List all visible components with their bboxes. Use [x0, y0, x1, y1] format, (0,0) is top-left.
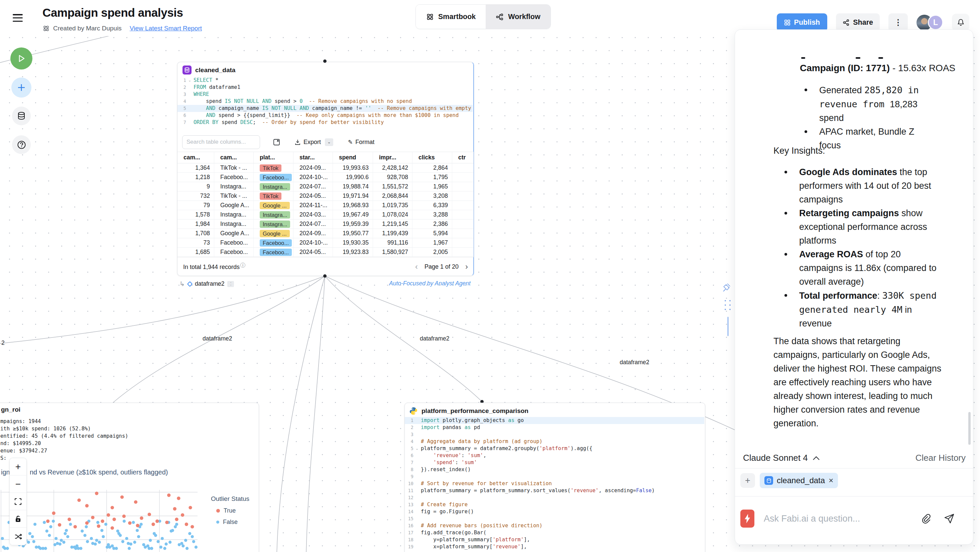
column-header[interactable]: ctr	[452, 152, 474, 163]
code-line[interactable]: 7ORDER BY spend DESC; -- Order by spend …	[178, 119, 473, 126]
table-cell: Instagra...	[254, 210, 293, 219]
python-cell-platform-performance[interactable]: platform_performance_comparison 1import …	[404, 402, 705, 552]
code-line[interactable]: 2FROM dataframe1	[178, 84, 473, 91]
code-line[interactable]: 14fig = go.Figure()	[405, 508, 704, 515]
model-selector[interactable]: Claude Sonnet 4	[743, 453, 820, 463]
table-row[interactable]: 9Instagra...Instagra...2024-07...19,988.…	[178, 182, 474, 191]
table-row[interactable]: 1,364TikTok - ...TikTok2024-09...19,993.…	[178, 164, 474, 173]
output-port[interactable]	[323, 274, 326, 278]
code-line[interactable]: 3	[405, 431, 704, 438]
sql-cell-cleaned-data[interactable]: SQL cleaned_data 1⌄SELECT *2FROM datafra…	[177, 62, 474, 276]
column-header[interactable]: cam...	[214, 152, 254, 163]
legend-item-false[interactable]: False	[211, 519, 249, 526]
zoom-in-button[interactable]: +	[10, 458, 26, 476]
column-header[interactable]: star...	[293, 152, 333, 163]
column-header[interactable]: impr...	[373, 152, 412, 163]
export-chevron-icon[interactable]: ⌄	[325, 138, 333, 146]
export-button[interactable]: Export ⌄	[294, 138, 333, 146]
drag-handle-icon[interactable]	[725, 300, 731, 310]
code-line[interactable]: 2import pandas as pd	[405, 424, 704, 431]
context-chip-row: + cleaned_data ×	[740, 473, 838, 488]
column-header[interactable]: plat...	[254, 152, 293, 163]
search-input[interactable]	[182, 135, 260, 149]
code-line[interactable]: 1⌄SELECT *	[178, 77, 473, 84]
code-line[interactable]: 13# Create figure	[405, 501, 704, 508]
data-sources-button[interactable]	[12, 107, 31, 125]
collaborator-avatars[interactable]: L	[916, 15, 943, 30]
more-options-icon[interactable]: ⋮	[888, 13, 908, 32]
fit-view-button[interactable]	[10, 493, 26, 510]
code-line[interactable]: 11platform_summary = platform_summary.so…	[405, 487, 704, 494]
table-row[interactable]: 1,708Google A...Google ...2024-09...19,9…	[178, 229, 474, 238]
pagination: ‹ Page 1 of 20 ›	[415, 262, 468, 271]
code-line[interactable]: 15	[405, 515, 704, 522]
python-code-editor[interactable]: 1import plotly.graph_objects as go2impor…	[405, 417, 704, 550]
code-line[interactable]: 4# Aggregate data by platform (ad group)	[405, 438, 704, 445]
send-message-icon[interactable]	[943, 513, 955, 524]
code-line[interactable]: 18 y=platform_summary['platform'],	[405, 536, 704, 543]
code-line[interactable]: 7 'spend': 'sum'	[405, 459, 704, 466]
input-port[interactable]	[323, 59, 326, 63]
share-button[interactable]: Share	[836, 13, 880, 32]
table-row[interactable]: 732TikTok - ...TikTok2024-05...19,971.94…	[178, 191, 474, 201]
zoom-out-button[interactable]: −	[10, 476, 26, 493]
tab-smartbook[interactable]: Smartbook	[416, 5, 486, 29]
code-line[interactable]: 12	[405, 494, 704, 501]
code-line[interactable]: 5⌄platform_summary = dataframe2.groupby(…	[405, 445, 704, 452]
code-line[interactable]: 16# Add revenue bars (positive direction…	[405, 522, 704, 529]
unpin-panel-icon[interactable]	[721, 282, 733, 293]
format-button[interactable]: ✎ Format	[348, 139, 374, 146]
legend-item-true[interactable]: True	[211, 507, 249, 514]
column-header[interactable]: spend	[333, 152, 373, 163]
code-line[interactable]: 5 AND campaign_name IS NOT NULL AND camp…	[178, 105, 473, 112]
output-dataframe-label[interactable]: dataframe2	[195, 280, 224, 287]
clear-history-button[interactable]: Clear History	[915, 453, 966, 463]
tab-workflow[interactable]: Workflow	[486, 5, 550, 29]
run-workflow-button[interactable]	[10, 48, 32, 70]
menu-icon[interactable]	[13, 14, 24, 23]
context-chip-cleaned-data[interactable]: cleaned_data ×	[760, 473, 838, 488]
code-line[interactable]: 9	[405, 473, 704, 480]
column-header[interactable]: cam...	[178, 152, 214, 163]
shuffle-button[interactable]	[10, 528, 26, 545]
view-report-link[interactable]: View Latest Smart Report	[130, 25, 202, 32]
table-row[interactable]: 1,685Faceboo...Faceboo...2024-05...19,92…	[178, 248, 474, 257]
table-row[interactable]: 79Google A...Google ...2024-11-...19,968…	[178, 201, 474, 210]
code-line[interactable]: 1import plotly.graph_objects as go	[405, 417, 704, 424]
attach-file-icon[interactable]	[921, 513, 932, 524]
scatter-plot[interactable]	[0, 484, 205, 552]
platform-badge: Instagra...	[260, 183, 290, 191]
lock-button[interactable]	[10, 510, 26, 528]
avatar-initial[interactable]: L	[928, 15, 943, 30]
expand-table-icon[interactable]	[273, 138, 280, 146]
code-line[interactable]: 3WHERE	[178, 91, 473, 98]
code-line[interactable]: 6 AND spend > {{spend_limit}} -- Keep on…	[178, 112, 473, 119]
add-context-button[interactable]: +	[740, 473, 755, 488]
table-row[interactable]: 1,984Instagra...Instagra...2024-07...19,…	[178, 220, 474, 229]
panel-resize-indicator[interactable]	[727, 317, 729, 336]
code-line[interactable]: 8}).reset_index()	[405, 466, 704, 473]
code-line[interactable]: 17fig.add_trace(go.Bar(	[405, 529, 704, 536]
code-line[interactable]: 10# Sort by revenue for better visualiza…	[405, 480, 704, 487]
notifications-button[interactable]	[952, 14, 969, 31]
code-line[interactable]: 6 'revenue': 'sum',	[405, 452, 704, 459]
code-line[interactable]: 4 spend IS NOT NULL AND spend > 0 -- Rem…	[178, 98, 473, 105]
publish-button[interactable]: Publish	[777, 13, 827, 32]
python-cell-campaign-roi[interactable]: gn_roi mpaigns: 1944ith ≥$10k spend: 102…	[0, 402, 259, 552]
add-cell-button[interactable]	[11, 78, 32, 97]
code-line[interactable]: 19 x=platform_summary['revenue'],	[405, 543, 704, 550]
prev-page-icon[interactable]: ‹	[415, 262, 418, 271]
chat-input[interactable]	[764, 514, 907, 524]
output-options-icon[interactable]: ⁚	[227, 281, 234, 287]
table-row[interactable]: 1,578Instagra...Instagra...2024-03...19,…	[178, 210, 474, 220]
remove-chip-icon[interactable]: ×	[829, 476, 833, 485]
panel-scrollbar[interactable]	[968, 412, 970, 445]
chart-legend[interactable]: Outlier Status True False	[211, 495, 249, 530]
sql-code-editor[interactable]: 1⌄SELECT *2FROM dataframe13WHERE4 spend …	[178, 77, 473, 126]
table-row[interactable]: 1,218Faceboo...Faceboo...2024-10-...19,9…	[178, 173, 474, 182]
result-table[interactable]: cam...cam...plat...star...spendimpr...cl…	[178, 152, 474, 257]
column-header[interactable]: clicks	[412, 152, 452, 163]
help-button[interactable]	[12, 135, 31, 154]
table-row[interactable]: 73Faceboo...Faceboo...2024-10-...19,930.…	[178, 238, 474, 248]
next-page-icon[interactable]: ›	[465, 262, 468, 271]
